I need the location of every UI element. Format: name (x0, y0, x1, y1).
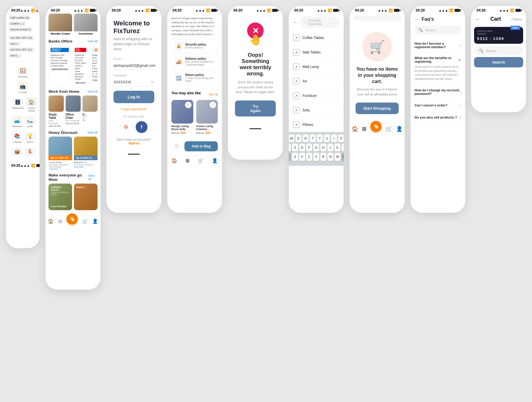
search-item-pillows[interactable]: ↗ Pillows (292, 118, 341, 132)
heavy-discount-view-all[interactable]: View all (87, 131, 98, 134)
wish-chair[interactable]: ♡ (210, 102, 216, 108)
faq-item-3[interactable]: How do I change my account password? › (415, 85, 461, 99)
nav-home-7[interactable]: 🏠 (352, 126, 358, 132)
kb-v[interactable]: V (313, 153, 319, 161)
product-card-chair[interactable]: ♡ Armen Living Crimson... $15.50 $20 (196, 100, 218, 134)
add-to-bag-button[interactable]: Add to Bag (184, 141, 218, 151)
forgot-password-link[interactable]: Forgot password? (113, 107, 154, 111)
cart-back[interactable]: ← (475, 17, 480, 22)
kb-o[interactable]: O (338, 134, 344, 142)
discount-tag-50[interactable]: Get 50% OFF (21) (8, 47, 34, 52)
faq-item-4[interactable]: Can I cancel a order? › (415, 99, 461, 111)
sidebar-item-eracks[interactable]: 📚 e Racks (11, 130, 24, 145)
wfh-extra[interactable]: S... 15... St... (82, 95, 98, 127)
sidebar-item-recliners[interactable]: 🛋️ Recliners (11, 114, 24, 129)
search-input[interactable]: ○ Trending Searches (300, 17, 340, 28)
wfh-study-table[interactable]: Study Table 400+ Products Start at $49 (48, 95, 64, 127)
faq-back-button[interactable]: ← (415, 17, 419, 22)
nav-grid-4[interactable]: ⊞ (186, 158, 189, 163)
kb-t[interactable]: T (310, 134, 316, 142)
kb-i[interactable]: I (331, 134, 337, 142)
kb-u[interactable]: U (324, 134, 330, 142)
banner-wooden-crates[interactable]: Wooden Crates (48, 14, 72, 36)
kb-l[interactable]: L (342, 144, 344, 151)
signup-link[interactable]: Signup (128, 141, 139, 145)
email-field[interactable]: akshaysyall23@gmail.com (113, 62, 154, 70)
facebook-login-button[interactable]: f (136, 121, 147, 133)
top-search-bar[interactable] (353, 16, 402, 21)
nav-grid[interactable]: ⊞ (58, 218, 62, 224)
sidebar-item-beds[interactable]: 🛏️ Beds (24, 114, 37, 129)
sidebar-item-homeassist[interactable]: 🏠 Home Assist (25, 96, 38, 114)
wishlist-button[interactable]: ♡ (171, 141, 182, 152)
bank-card-icici[interactable]: ICICI Additional 10% O... On ICICI Bank … (90, 45, 98, 86)
nav-cart-4[interactable]: 🛒 (198, 158, 204, 163)
kb-a[interactable]: A (289, 144, 291, 151)
kb-b[interactable]: B (320, 153, 326, 161)
google-login-button[interactable]: G (120, 121, 132, 133)
sidebar-item-decor[interactable]: 💡 Decor (24, 130, 37, 145)
sidebar-item-sideboards[interactable]: 🗄️ Sideboards (11, 96, 25, 114)
nav-cart-7[interactable]: 🛒 (386, 126, 392, 132)
kb-n[interactable]: N (327, 153, 333, 161)
nav-fab-7[interactable]: 🏷️ (370, 121, 382, 132)
search-item-wall-lamp[interactable]: ↗ Wall Lamp (292, 60, 341, 74)
wish-sofa[interactable]: ♡ (185, 102, 192, 108)
sidebar-item-tvunits[interactable]: 📺 Tv Units (11, 80, 35, 95)
faq-item-5[interactable]: Do you also sell products ? › (415, 111, 461, 124)
faq-search-bar[interactable]: 🔍 Search (415, 25, 461, 35)
search-item-furniture[interactable]: ↗ Furniture (292, 89, 341, 103)
kb-d[interactable]: D (299, 144, 305, 151)
kb-z[interactable]: Z (292, 153, 298, 161)
wow-card-build[interactable]: Build a... (74, 184, 98, 210)
login-button[interactable]: Log In (113, 91, 154, 103)
filter-tag-meranti[interactable]: Meranti Wood (1) (8, 27, 33, 32)
kb-j[interactable]: J (327, 144, 333, 151)
password-field[interactable]: XXXXXXX| 👁 (113, 78, 154, 87)
filter-tag-leather[interactable]: Leather (...) (8, 21, 26, 26)
wfh-view-all[interactable]: View all (87, 90, 98, 93)
kb-shift[interactable]: ⇧ (289, 153, 291, 161)
nav-grid-7[interactable]: ⊞ (362, 126, 366, 132)
wow-card-corner-sofa[interactable]: CORNER SOFAS Corner Comforts to Share! F… (48, 184, 72, 210)
sidebar-item-extra1[interactable]: 📦 (11, 146, 24, 158)
nav-cart[interactable]: 🛒 (82, 218, 88, 224)
kb-h[interactable]: H (320, 144, 326, 151)
discount-tag-5[interactable]: Get 5... (8, 53, 21, 58)
retry-button[interactable]: Try Again (235, 100, 276, 116)
bank-card-idfc[interactable]: IDFC FIRST Additional 10% OFF On IDFC FI… (73, 45, 88, 86)
nav-home-4[interactable]: 🏠 (171, 158, 177, 163)
start-shopping-button[interactable]: Start Shopping (356, 103, 399, 114)
discount-tag-20[interactable]: Get 20% OFF (14) (8, 35, 34, 40)
kb-c[interactable]: C (306, 153, 312, 161)
nav-fab[interactable]: 🏷️ (66, 218, 78, 225)
wow-view-all[interactable]: View all (88, 174, 98, 181)
faq-item-2[interactable]: What are the benefits to registering ∧ L… (415, 53, 461, 85)
kb-y[interactable]: Y (317, 134, 323, 142)
product-card-sofa[interactable]: ♡ Design Living Room Sofa $23.50 $30 (171, 100, 193, 134)
cart-search-input[interactable]: 🔍 Search (474, 46, 523, 55)
banner-accessories[interactable]: Accesories (74, 14, 98, 36)
search-item-coffee-tables[interactable]: ↗ Coffee Tables (292, 31, 341, 45)
discount-card-sofas[interactable]: Up To 75% Off Comfy Sofas Sofa Sets | Re… (48, 137, 72, 170)
discount-card-tv[interactable]: Up to 60% O... Branded TV... LG | Sony |… (74, 137, 98, 170)
kb-m[interactable]: M (335, 153, 340, 161)
kb-g[interactable]: G (313, 144, 319, 151)
banks-view-all[interactable]: View all (87, 40, 98, 43)
bank-card-amex[interactable]: AMERICAN EXPRESS Additional 10% OFF On E… (48, 45, 71, 86)
search-item-sofa[interactable]: ↗ Sofa (292, 103, 341, 118)
sidebar-item-extra2[interactable]: 🪑 (24, 146, 37, 158)
nav-home[interactable]: 🏠 (48, 218, 54, 224)
kb-x[interactable]: X (299, 153, 305, 161)
kb-e[interactable]: E (296, 134, 301, 142)
kb-k[interactable]: K (335, 144, 340, 151)
wfh-office-chair[interactable]: Office Chair 40+ Products Start at $149 (66, 95, 81, 127)
faq-item-1[interactable]: How do I become a registered member? › (415, 38, 461, 53)
cart-search-button[interactable]: Search (474, 57, 523, 67)
see-all-link[interactable]: See all (209, 93, 218, 96)
filter-tag-half-leather[interactable]: Half Leather (9) (8, 15, 31, 20)
search-item-art[interactable]: ↗ Art (292, 74, 341, 89)
nav-profile-4[interactable]: 👤 (212, 158, 218, 163)
kb-backspace[interactable]: ⌫ (342, 153, 344, 161)
kb-f[interactable]: F (306, 144, 312, 151)
